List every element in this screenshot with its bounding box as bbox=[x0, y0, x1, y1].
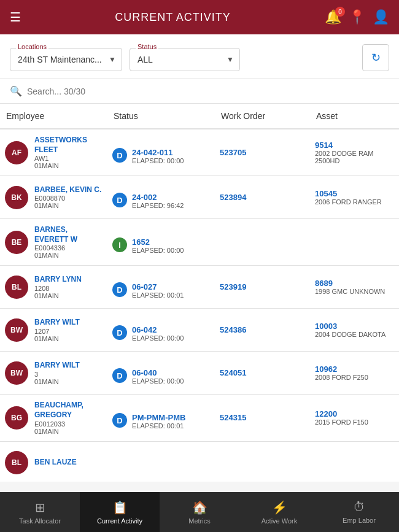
asset-description: 2008 FORD F250 bbox=[315, 374, 394, 381]
work-order-link[interactable]: 523705 bbox=[220, 148, 305, 157]
status-badge: D bbox=[112, 282, 127, 297]
status-code: 06-042 bbox=[132, 325, 184, 334]
employee-cell: BE BARNES, EVERETT W E0004336 01MAIN bbox=[0, 219, 107, 265]
asset-id[interactable]: 9514 bbox=[315, 141, 394, 150]
status-cell: D 06-042 ELAPSED: 00:00 bbox=[107, 309, 215, 351]
page-title: CURRENT ACTIVITY bbox=[115, 11, 231, 24]
avatar: BL bbox=[5, 276, 28, 299]
employee-location: 01MAIN bbox=[34, 252, 103, 259]
menu-icon[interactable]: ☰ bbox=[10, 10, 21, 25]
asset-id[interactable]: 8689 bbox=[315, 279, 394, 288]
avatar: BL bbox=[5, 451, 28, 474]
table-row[interactable]: BW BARRY WILT 1207 01MAIN D 06-042 ELAPS… bbox=[0, 309, 399, 352]
refresh-button[interactable]: ↻ bbox=[362, 44, 389, 71]
table-row[interactable]: BL BARRY LYNN 1208 01MAIN D 06-027 ELAPS… bbox=[0, 266, 399, 309]
employee-info: BARBEE, KEVIN C. E0008870 01MAIN bbox=[34, 185, 101, 210]
notification-badge: 0 bbox=[335, 7, 345, 17]
asset-description: 2002 DODGE RAM 2500HD bbox=[315, 150, 394, 164]
status-cell: D 06-027 ELAPSED: 00:01 bbox=[107, 266, 215, 308]
search-icon: 🔍 bbox=[10, 85, 22, 97]
employee-info: BEN LAUZE bbox=[34, 458, 77, 468]
nav-item-current-activity[interactable]: 📋 Current Activity bbox=[80, 492, 160, 532]
location-filter-group: Locations 24th ST Maintenanc... ▼ bbox=[10, 48, 122, 71]
status-badge: D bbox=[112, 148, 127, 163]
status-cell: I 1652 ELAPSED: 00:00 bbox=[107, 219, 215, 265]
nav-label: Current Activity bbox=[97, 517, 142, 525]
location-select[interactable]: 24th ST Maintenanc... bbox=[10, 48, 122, 71]
employee-cell: BW BARRY WILT 1207 01MAIN bbox=[0, 309, 107, 351]
employee-id: E0012033 bbox=[34, 420, 103, 428]
status-info: 06-027 ELAPSED: 00:01 bbox=[132, 282, 184, 299]
table-row[interactable]: BG BEAUCHAMP, GREGORY E0012033 01MAIN D … bbox=[0, 395, 399, 441]
status-code: PM-PMM-PMB bbox=[132, 413, 185, 422]
table-body: AF ASSETWORKS FLEET AW1 01MAIN D 24-042-… bbox=[0, 129, 399, 482]
status-select[interactable]: ALL bbox=[130, 48, 240, 71]
status-badge: D bbox=[112, 413, 127, 428]
status-elapsed: ELAPSED: 00:00 bbox=[132, 377, 184, 385]
employee-id: E0008870 bbox=[34, 195, 101, 202]
nav-icon: ⊞ bbox=[35, 500, 45, 515]
work-order-link[interactable]: 524051 bbox=[220, 368, 305, 377]
user-icon[interactable]: 👤 bbox=[373, 9, 389, 25]
work-order-link[interactable]: 524315 bbox=[220, 413, 305, 422]
avatar: AF bbox=[5, 141, 28, 164]
nav-label: Active Work bbox=[261, 517, 297, 525]
employee-id: E0004336 bbox=[34, 244, 103, 252]
col-header-employee: Employee bbox=[0, 104, 107, 128]
location-pin-icon[interactable]: 📍 bbox=[349, 9, 365, 25]
nav-icon: ⏱ bbox=[353, 500, 365, 514]
asset-id[interactable]: 10545 bbox=[315, 189, 394, 198]
employee-location: 01MAIN bbox=[34, 378, 80, 385]
app-header: ☰ CURRENT ACTIVITY 🔔 0 📍 👤 bbox=[0, 0, 399, 34]
avatar: BG bbox=[5, 406, 28, 430]
col-header-workorder: Work Order bbox=[215, 104, 310, 128]
table-row[interactable]: BW BARRY WILT 3 01MAIN D 06-040 ELAPSED:… bbox=[0, 352, 399, 395]
status-cell: D PM-PMM-PMB ELAPSED: 00:01 bbox=[107, 395, 215, 441]
status-code: 06-027 bbox=[132, 282, 184, 291]
nav-item-active-work[interactable]: ⚡ Active Work bbox=[239, 492, 319, 532]
table-row[interactable]: BE BARNES, EVERETT W E0004336 01MAIN I 1… bbox=[0, 219, 399, 266]
avatar: BW bbox=[5, 361, 28, 385]
employee-name: BEN LAUZE bbox=[34, 458, 77, 468]
status-elapsed: ELAPSED: 00:00 bbox=[132, 334, 184, 342]
nav-icon: 🏠 bbox=[192, 500, 207, 515]
asset-cell: 8689 1998 GMC UNKNOWN bbox=[310, 266, 399, 308]
asset-id[interactable]: 10003 bbox=[315, 322, 394, 331]
status-badge: D bbox=[112, 193, 127, 207]
employee-id: 1207 bbox=[34, 328, 80, 335]
notification-icon[interactable]: 🔔 0 bbox=[325, 9, 341, 25]
employee-info: BARRY LYNN 1208 01MAIN bbox=[34, 275, 82, 299]
work-order-link[interactable]: 524386 bbox=[220, 325, 305, 334]
work-order-link[interactable]: 523894 bbox=[220, 193, 305, 202]
nav-item-task-allocator[interactable]: ⊞ Task Allocator bbox=[0, 492, 80, 532]
employee-name: BARNES, EVERETT W bbox=[34, 225, 103, 244]
employee-info: ASSETWORKS FLEET AW1 01MAIN bbox=[34, 136, 103, 169]
nav-item-metrics[interactable]: 🏠 Metrics bbox=[160, 492, 239, 532]
table-row[interactable]: BL BEN LAUZE bbox=[0, 442, 399, 482]
work-order-cell: 524051 bbox=[215, 352, 310, 394]
employee-info: BARRY WILT 1207 01MAIN bbox=[34, 318, 80, 342]
employee-name: BARRY LYNN bbox=[34, 275, 82, 285]
status-filter-group: Status ALL ▼ bbox=[130, 48, 240, 71]
asset-description: 2004 DODGE DAKOTA bbox=[315, 331, 394, 338]
status-cell: D 06-040 ELAPSED: 00:00 bbox=[107, 352, 215, 394]
filter-bar: Locations 24th ST Maintenanc... ▼ Status… bbox=[0, 34, 399, 79]
work-order-link[interactable]: 523919 bbox=[220, 282, 305, 291]
bottom-nav: ⊞ Task Allocator 📋 Current Activity 🏠 Me… bbox=[0, 492, 399, 532]
status-label: Status bbox=[136, 43, 158, 50]
status-cell bbox=[107, 442, 215, 482]
employee-cell: BL BARRY LYNN 1208 01MAIN bbox=[0, 266, 107, 308]
nav-item-emp-labor[interactable]: ⏱ Emp Labor bbox=[319, 492, 399, 532]
employee-location: 01MAIN bbox=[34, 335, 80, 342]
employee-id: AW1 bbox=[34, 155, 103, 162]
nav-label: Task Allocator bbox=[19, 517, 61, 525]
asset-id[interactable]: 12200 bbox=[315, 409, 394, 418]
status-elapsed: ELAPSED: 00:01 bbox=[132, 291, 184, 299]
employee-info: BARRY WILT 3 01MAIN bbox=[34, 361, 80, 385]
table-row[interactable]: BK BARBEE, KEVIN C. E0008870 01MAIN D 24… bbox=[0, 176, 399, 219]
employee-name: ASSETWORKS FLEET bbox=[34, 136, 103, 155]
status-cell: D 24-002 ELAPSED: 96:42 bbox=[107, 176, 215, 218]
table-row[interactable]: AF ASSETWORKS FLEET AW1 01MAIN D 24-042-… bbox=[0, 129, 399, 176]
asset-id[interactable]: 10962 bbox=[315, 364, 394, 374]
search-input[interactable] bbox=[27, 87, 389, 96]
